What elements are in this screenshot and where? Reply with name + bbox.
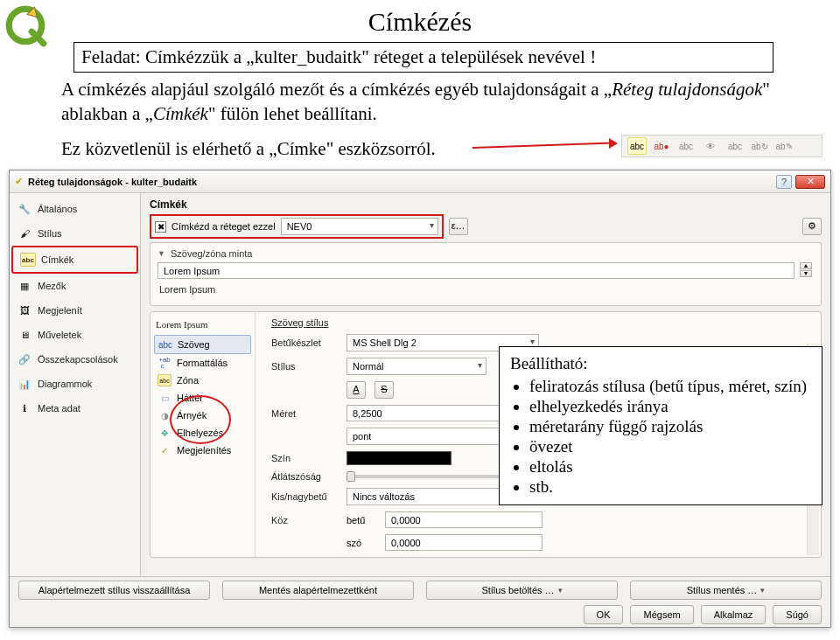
form-label: Stílus (271, 361, 338, 372)
render-icon: 🖼 (17, 303, 32, 317)
settings-cat-label: Formattálás (177, 358, 228, 368)
callout-item: övezet (529, 437, 811, 456)
sidebar-item-label: Címkék (41, 254, 74, 265)
label-tool-icon[interactable]: ab✎ (774, 137, 794, 155)
render-icon: ✓ (158, 444, 172, 456)
combo-value: NEV0 (287, 221, 312, 232)
sidebar-item-label: Általános (38, 204, 77, 214)
letter-spacing-input[interactable]: 0,0000 (385, 511, 542, 528)
label-tool-icon[interactable]: abc (676, 137, 696, 155)
chart-icon: 📊 (17, 377, 32, 391)
expression-button[interactable]: ε… (449, 218, 468, 235)
slider-thumb[interactable] (346, 471, 355, 482)
help-button[interactable]: Súgó (773, 605, 822, 624)
label-tool-icon[interactable]: 👁 (701, 137, 720, 155)
sidebar-item-label: Mezők (38, 281, 66, 291)
background-icon: ▭ (158, 392, 172, 404)
sidebar-item-label: Megjelenít (38, 305, 82, 316)
restore-default-style-button[interactable]: Alapértelmezett stílus visszaállítása (18, 581, 210, 600)
settings-cat-label: Zóna (177, 375, 199, 386)
brush-icon: 🖌 (17, 226, 32, 240)
label-tool-icon[interactable]: abc (725, 137, 745, 155)
sample-preview: Lorem Ipsum (158, 279, 794, 300)
settings-cat-rendering[interactable]: ✓Megjelenítés (154, 442, 251, 459)
strikeout-button[interactable]: S (374, 381, 394, 399)
form-label: Átlátszóság (271, 471, 338, 482)
sample-zoom-spin[interactable]: ▲▼ (800, 262, 814, 277)
label-tool-primary-icon[interactable]: abc (627, 137, 647, 155)
dialog-footer: Alapértelmezett stílus visszaállítása Me… (10, 576, 830, 627)
dialog-title-text: Réteg tulajdonságok - kulter_budaitk (28, 177, 197, 187)
sidebar-item-metadata[interactable]: ℹMeta adat (10, 396, 140, 421)
callout-item: méretarány függő rajzolás (529, 417, 811, 436)
page-title: Címkézés (0, 7, 840, 37)
preview-label: Lorem Ipsum (154, 316, 251, 335)
description-1: A címkézés alapjául szolgáló mezőt és a … (61, 77, 779, 127)
settings-cat-text[interactable]: abcSzöveg (154, 335, 251, 354)
spacing-mode-label: betű (346, 515, 376, 525)
save-style-button[interactable]: Stílus mentés … (630, 581, 822, 600)
label-enable-group: ✖ Címkézd a réteget ezzel NEV0 (150, 214, 444, 239)
label-field-combo[interactable]: NEV0 (281, 218, 438, 235)
input-value: Lorem Ipsum (164, 266, 220, 276)
cancel-button[interactable]: Mégsem (630, 605, 693, 624)
sidebar-item-label: Műveletek (38, 330, 81, 340)
sidebar-item-diagrams[interactable]: 📊Diagrammok (10, 372, 140, 396)
label-tool-icon[interactable]: ab↻ (750, 137, 769, 155)
word-spacing-input[interactable]: 0,0000 (385, 534, 542, 551)
settings-cat-formatting[interactable]: +ab cFormattálás (154, 354, 251, 372)
arrow-head (609, 138, 618, 149)
enable-labels-checkbox[interactable]: ✖ (155, 221, 166, 233)
callout-item: stb. (529, 477, 811, 497)
properties-sidebar: 🔧Általános 🖌Stílus abcCímkék ▦Mezők 🖼Meg… (10, 193, 141, 599)
spacing-word-label: szó (346, 538, 376, 548)
callout-box: Beállítható: feliratozás stílusa (betű t… (499, 346, 822, 505)
table-icon: ▦ (17, 279, 32, 293)
dialog-help-button[interactable]: ? (776, 175, 792, 189)
sidebar-item-labels[interactable]: abcCímkék (11, 246, 138, 274)
description-2: Ez közvetlenül is elérhető a „Címke" esz… (61, 138, 586, 160)
highlight-ellipse (170, 395, 231, 444)
sidebar-item-joins[interactable]: 🔗Összekapcsolások (10, 347, 140, 372)
sidebar-item-style[interactable]: 🖌Stílus (10, 221, 140, 246)
abc-icon: abc (158, 338, 172, 351)
callout-item: elhelyezkedés iránya (529, 397, 811, 416)
sidebar-item-general[interactable]: 🔧Általános (10, 197, 140, 221)
underline-button[interactable]: A (346, 381, 366, 399)
engine-settings-button[interactable]: ⚙ (802, 218, 822, 235)
placement-icon: ✥ (158, 427, 172, 439)
save-as-default-button[interactable]: Mentés alapértelmezettként (222, 581, 414, 600)
font-style-combo[interactable]: Normál (346, 358, 486, 375)
input-value: 8,2500 (353, 408, 382, 419)
sidebar-item-fields[interactable]: ▦Mezők (10, 274, 140, 298)
callout-item: eltolás (529, 457, 811, 477)
input-value: 0,0000 (391, 515, 421, 525)
label-tool-icon[interactable]: ab● (652, 137, 671, 155)
dialog-icon: ✔ (15, 176, 23, 187)
collapse-icon[interactable]: ▼ (158, 249, 165, 258)
wrench-icon: 🔧 (17, 202, 32, 216)
sample-text-input[interactable]: Lorem Ipsum (158, 262, 794, 279)
abc-icon: abc (158, 374, 172, 386)
apply-button[interactable]: Alkalmaz (701, 605, 766, 624)
settings-cat-buffer[interactable]: abcZóna (154, 372, 251, 389)
ok-button[interactable]: OK (584, 605, 624, 624)
form-label: Szín (271, 453, 338, 463)
sidebar-item-rendering[interactable]: 🖼Megjelenít (10, 298, 140, 323)
enable-labels-label: Címkézd a réteget ezzel (172, 221, 276, 232)
font-color-picker[interactable] (346, 451, 452, 465)
combo-value: Nincs változás (353, 491, 415, 502)
dialog-close-button[interactable]: ✕ (795, 175, 825, 189)
sidebar-item-actions[interactable]: 🖥Műveletek (10, 323, 140, 347)
form-label: Betűkészlet (271, 337, 338, 348)
dialog-titlebar: ✔ Réteg tulajdonságok - kulter_budaitk ?… (10, 170, 830, 193)
load-style-button[interactable]: Stílus betöltés … (426, 581, 618, 600)
format-icon: +ab c (158, 357, 172, 369)
abc-icon: abc (20, 253, 36, 267)
text-style-heading: Szöveg stílus (271, 317, 338, 328)
form-label: Kis/nagybetű (271, 491, 338, 502)
join-icon: 🔗 (17, 352, 32, 366)
combo-value: pont (353, 431, 371, 442)
sidebar-item-label: Összekapcsolások (38, 354, 118, 365)
callout-item: feliratozás stílusa (betű típus, méret, … (529, 377, 811, 396)
